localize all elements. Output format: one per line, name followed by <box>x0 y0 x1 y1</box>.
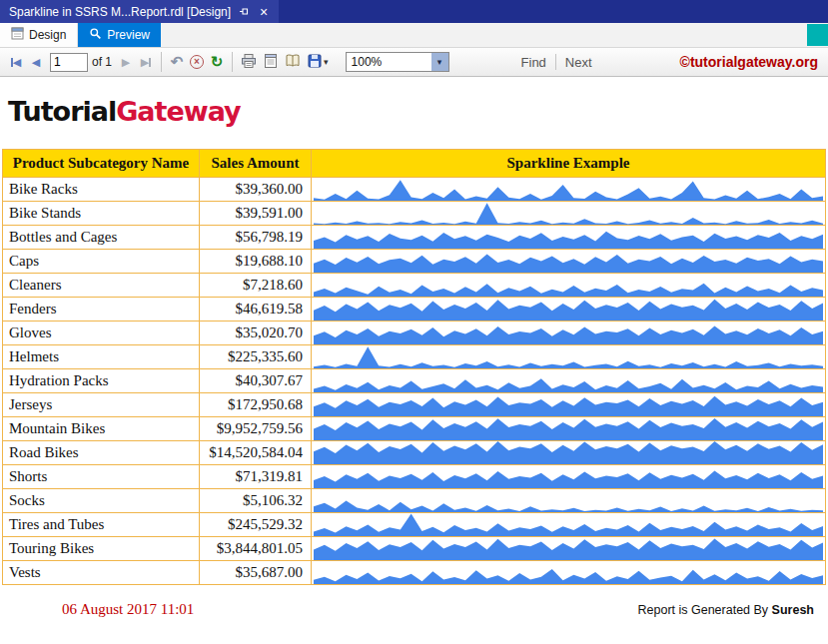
amount-cell: $56,798.19 <box>200 226 312 250</box>
generated-by-prefix: Report is Generated By <box>638 603 772 617</box>
amount-cell: $40,307.67 <box>200 369 312 393</box>
sparkline-cell <box>312 441 826 465</box>
sparkline-chart <box>314 561 823 584</box>
sparkline-cell <box>312 345 826 369</box>
tab-preview[interactable]: Preview <box>78 23 161 47</box>
amount-cell: $9,952,759.56 <box>200 417 312 441</box>
subcategory-cell: Helmets <box>3 345 200 369</box>
find-next-button[interactable]: Next <box>565 55 592 70</box>
amount-cell: $245,529.32 <box>200 513 312 537</box>
stop-icon: × <box>190 55 204 69</box>
table-row: Bike Stands $39,591.00 <box>3 202 826 226</box>
document-tab-bar: Sparkline in SSRS M...Report.rdl [Design… <box>0 0 828 23</box>
next-page-icon: ▶ <box>122 56 130 69</box>
find-separator <box>555 54 556 70</box>
amount-cell: $14,520,584.04 <box>200 441 312 465</box>
close-icon[interactable]: × <box>258 5 270 19</box>
back-icon: ↶ <box>171 53 184 71</box>
sparkline-cell <box>312 178 826 202</box>
table-row: Tires and Tubes $245,529.32 <box>3 513 826 537</box>
print-button[interactable] <box>238 51 260 73</box>
document-tab[interactable]: Sparkline in SSRS M...Report.rdl [Design… <box>0 0 279 23</box>
tab-design-label: Design <box>29 28 66 42</box>
page-setup-icon <box>285 53 301 72</box>
sparkline-chart <box>314 465 823 488</box>
sparkline-cell <box>312 417 826 441</box>
sparkline-chart <box>314 322 823 344</box>
sparkline-chart <box>314 417 823 440</box>
table-row: Vests $35,687.00 <box>3 561 826 585</box>
subcategory-cell: Cleaners <box>3 274 200 298</box>
sparkline-chart <box>314 513 823 536</box>
subcategory-cell: Bottles and Cages <box>3 226 200 250</box>
first-page-button[interactable]: ◀ <box>6 51 26 73</box>
report-toolbar: ◀ ◀ of 1 ▶ ▶ ↶ × ↻ ▾ <box>0 48 828 77</box>
sparkline-cell <box>312 393 826 417</box>
subcategory-cell: Road Bikes <box>3 441 200 465</box>
chevron-down-icon[interactable]: ▾ <box>431 53 448 71</box>
toolbar-separator <box>232 52 233 72</box>
chevron-down-icon: ▾ <box>324 57 329 67</box>
subcategory-cell: Shorts <box>3 465 200 489</box>
amount-cell: $3,844,801.05 <box>200 537 312 561</box>
header-sparkline-example: Sparkline Example <box>312 150 826 178</box>
header-sales-amount: Sales Amount <box>200 150 312 178</box>
preview-icon <box>89 27 102 43</box>
sparkline-chart <box>314 298 823 321</box>
zoom-dropdown[interactable]: 100% ▾ <box>346 52 449 72</box>
sparkline-chart <box>314 226 823 249</box>
sparkline-chart <box>314 178 823 201</box>
report-date: 06 August 2017 11:01 <box>62 601 194 618</box>
previous-page-button[interactable]: ◀ <box>26 51 46 73</box>
sparkline-cell <box>312 465 826 489</box>
table-row: Socks $5,106.32 <box>3 489 826 513</box>
table-row: Road Bikes $14,520,584.04 <box>3 441 826 465</box>
stop-button[interactable]: × <box>187 51 207 73</box>
view-tab-bar: Design Preview <box>0 23 828 48</box>
sparkline-cell <box>312 537 826 561</box>
first-page-icon: ◀ <box>11 56 21 69</box>
amount-cell: $7,218.60 <box>200 274 312 298</box>
report-footer: 06 August 2017 11:01 Report is Generated… <box>0 601 828 618</box>
report-table-body: Bike Racks $39,360.00 Bike Stands $39,59… <box>3 178 826 585</box>
brand-link[interactable]: ©tutorialgateway.org <box>680 54 818 70</box>
amount-cell: $46,619.58 <box>200 298 312 322</box>
back-button[interactable]: ↶ <box>167 51 187 73</box>
sparkline-chart <box>314 345 823 368</box>
last-page-button[interactable]: ▶ <box>136 51 156 73</box>
sparkline-cell <box>312 298 826 322</box>
sparkline-cell <box>312 369 826 393</box>
sparkline-cell <box>312 250 826 274</box>
page-setup-button[interactable] <box>282 51 304 73</box>
generated-by-name: Suresh <box>772 603 814 617</box>
sparkline-chart <box>314 274 823 297</box>
report-canvas: TutorialGateway Product Subcategory Name… <box>0 77 828 644</box>
previous-page-icon: ◀ <box>32 56 40 69</box>
sparkline-chart <box>314 250 823 273</box>
amount-cell: $225,335.60 <box>200 345 312 369</box>
page-number-input[interactable] <box>50 53 88 72</box>
find-button[interactable]: Find <box>521 55 546 70</box>
export-button[interactable]: ▾ <box>304 51 332 73</box>
table-row: Mountain Bikes $9,952,759.56 <box>3 417 826 441</box>
subcategory-cell: Fenders <box>3 298 200 322</box>
tutorialgateway-logo: TutorialGateway <box>0 77 828 127</box>
right-edge-accent <box>807 24 828 46</box>
sparkline-cell <box>312 226 826 250</box>
amount-cell: $172,950.68 <box>200 393 312 417</box>
refresh-button[interactable]: ↻ <box>207 51 227 73</box>
document-tab-title: Sparkline in SSRS M...Report.rdl [Design… <box>9 5 231 19</box>
logo-part-black: Tutorial <box>8 96 116 127</box>
subcategory-cell: Jerseys <box>3 393 200 417</box>
design-icon <box>11 27 24 43</box>
table-row: Helmets $225,335.60 <box>3 345 826 369</box>
table-row: Touring Bikes $3,844,801.05 <box>3 537 826 561</box>
next-page-button[interactable]: ▶ <box>116 51 136 73</box>
amount-cell: $39,591.00 <box>200 202 312 226</box>
subcategory-cell: Mountain Bikes <box>3 417 200 441</box>
pin-icon[interactable] <box>239 6 250 17</box>
tab-design[interactable]: Design <box>0 23 78 47</box>
sparkline-chart <box>314 537 823 560</box>
print-layout-button[interactable] <box>260 51 282 73</box>
subcategory-cell: Touring Bikes <box>3 537 200 561</box>
